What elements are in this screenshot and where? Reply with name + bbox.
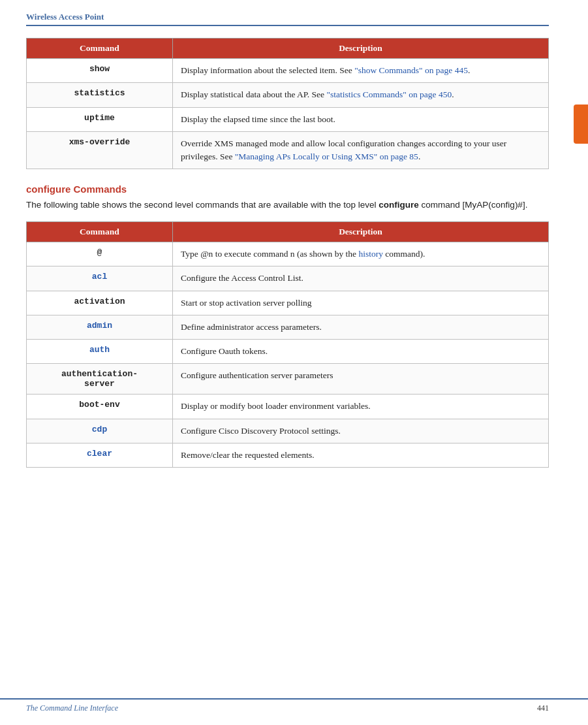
cmd-statistics: statistics <box>27 83 173 107</box>
cmd-show: show <box>27 59 173 83</box>
page-footer: The Command Line Interface 441 <box>0 698 588 713</box>
link-history[interactable]: history <box>358 249 383 259</box>
desc-auth: Configure Oauth tokens. <box>173 340 549 364</box>
table-row: admin Define administrator access parame… <box>27 315 549 339</box>
cmd-xms-override: xms-override <box>27 131 173 169</box>
table-show-commands: Command Description show Display informa… <box>26 38 549 169</box>
table-row: @ Type @n to execute command n (as shown… <box>27 242 549 266</box>
table-row: show Display information about the selec… <box>27 59 549 83</box>
table-row: statistics Display statistical data abou… <box>27 83 549 107</box>
cmd-at: @ <box>27 242 173 266</box>
desc-boot-env: Display or modify boot loader environmen… <box>173 395 549 419</box>
section-intro: The following table shows the second lev… <box>26 199 549 212</box>
link-managing-aps[interactable]: "Managing APs Locally or Using XMS" on p… <box>235 152 418 161</box>
cmd-activation: activation <box>27 291 173 315</box>
desc-statistics: Display statistical data about the AP. S… <box>173 83 549 107</box>
table2-header-command: Command <box>27 222 173 242</box>
desc-clear: Remove/clear the requested elements. <box>173 443 549 467</box>
table1-header-description: Description <box>173 39 549 59</box>
desc-authentication-server: Configure authentication server paramete… <box>173 364 549 395</box>
table-row: boot-env Display or modify boot loader e… <box>27 395 549 419</box>
page-header-title: Wireless Access Point <box>26 12 104 22</box>
cmd-uptime: uptime <box>27 107 173 131</box>
footer-right: 441 <box>537 703 549 713</box>
page-header: Wireless Access Point <box>26 12 549 26</box>
link-statistics-commands[interactable]: "statistics Commands" on page 450 <box>326 89 452 99</box>
table-row: xms-override Override XMS managed mode a… <box>27 131 549 169</box>
cmd-authentication-server: authentication-server <box>27 364 173 395</box>
cmd-acl[interactable]: acl <box>27 266 173 291</box>
cmd-boot-env: boot-env <box>27 395 173 419</box>
table-row: authentication-server Configure authenti… <box>27 364 549 395</box>
side-tab <box>574 105 588 144</box>
table-row: activation Start or stop activation serv… <box>27 291 549 315</box>
section-heading-configure: configure Commands <box>26 184 549 195</box>
table-configure-commands: Command Description @ Type @n to execute… <box>26 221 549 468</box>
cmd-auth[interactable]: auth <box>27 340 173 364</box>
table-row: clear Remove/clear the requested element… <box>27 443 549 467</box>
table-row: acl Configure the Access Control List. <box>27 266 549 291</box>
table-row: auth Configure Oauth tokens. <box>27 340 549 364</box>
configure-bold: configure <box>379 200 419 210</box>
cmd-admin[interactable]: admin <box>27 315 173 339</box>
desc-xms-override: Override XMS managed mode and allow loca… <box>173 131 549 169</box>
table-row: cdp Configure Cisco Discovery Protocol s… <box>27 419 549 443</box>
table1-header-command: Command <box>27 39 173 59</box>
cmd-clear[interactable]: clear <box>27 443 173 467</box>
cmd-cdp[interactable]: cdp <box>27 419 173 443</box>
table-row: uptime Display the elapsed time since th… <box>27 107 549 131</box>
desc-activation: Start or stop activation server polling <box>173 291 549 315</box>
desc-at: Type @n to execute command n (as shown b… <box>173 242 549 266</box>
table2-header-description: Description <box>173 222 549 242</box>
desc-cdp: Configure Cisco Discovery Protocol setti… <box>173 419 549 443</box>
desc-uptime: Display the elapsed time since the last … <box>173 107 549 131</box>
desc-show: Display information about the selected i… <box>173 59 549 83</box>
footer-left: The Command Line Interface <box>26 703 118 713</box>
link-show-commands[interactable]: "show Commands" on page 445 <box>354 65 468 75</box>
desc-acl: Configure the Access Control List. <box>173 266 549 291</box>
desc-admin: Define administrator access parameters. <box>173 315 549 339</box>
